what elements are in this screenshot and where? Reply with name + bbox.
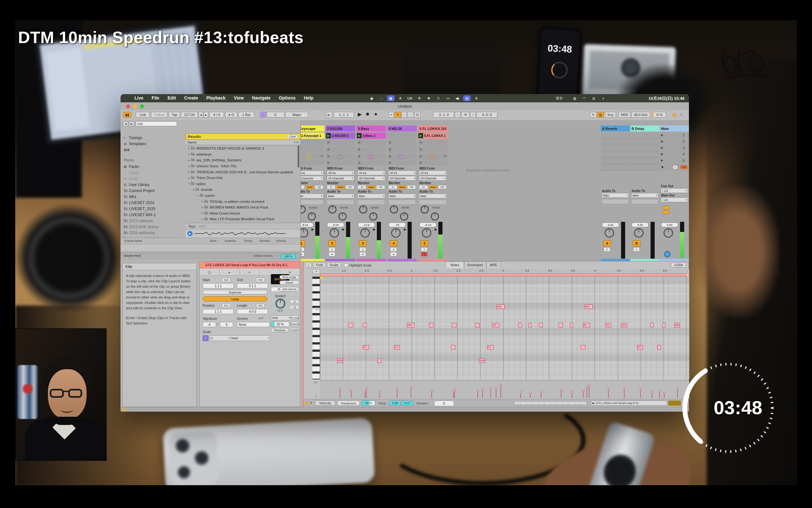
time-signature-field[interactable]: 4 / 4	[209, 112, 224, 118]
pan-knob[interactable]	[330, 228, 339, 238]
midi-channel-menu[interactable]: All Channels	[327, 176, 354, 181]
menubar-status-icon[interactable]: ◗	[600, 95, 607, 101]
midi-note[interactable]	[348, 323, 353, 327]
end-set-button[interactable]: Set	[256, 278, 265, 282]
randomize-button[interactable]: Randomize	[337, 400, 360, 406]
tab-mpe[interactable]: MPE	[486, 261, 501, 268]
record-button[interactable]: ●	[374, 111, 378, 117]
velocity-marker[interactable]	[431, 391, 432, 398]
length-set-button[interactable]: Set	[256, 303, 265, 308]
track-activator[interactable]: 2	[328, 240, 336, 247]
browser-file-row[interactable]: ▸ TROPICAL HOUSE DSO-Kit R...ical-House-…	[187, 169, 298, 175]
midi-note[interactable]	[363, 323, 367, 327]
pan-knob[interactable]	[634, 228, 644, 238]
groove-value[interactable]: None	[237, 322, 270, 327]
follow-song-button[interactable]: ▥	[597, 112, 604, 118]
solo-button[interactable]: S	[421, 247, 428, 252]
monitor-switch[interactable]: InAutoOff	[357, 185, 385, 189]
clip-slot-empty[interactable]	[356, 160, 386, 165]
velocity-marker[interactable]	[652, 392, 652, 398]
audio-to-menu[interactable]: Main	[301, 194, 323, 198]
clip-slot-1[interactable]: ▶ 5-FL LOKKA 1	[418, 132, 448, 139]
velocity-marker[interactable]	[340, 390, 340, 398]
midi-from-menu[interactable]: All Ins	[388, 170, 416, 175]
scene-row[interactable]: ▶ 2	[660, 139, 689, 145]
midi-note[interactable]: D1	[605, 323, 611, 327]
midi-arrangement-overdub-button[interactable]: ✎	[395, 112, 401, 118]
scale-icon[interactable]: ♪	[203, 335, 208, 341]
track-activator[interactable]: 4	[390, 240, 397, 247]
sidebar-place-item[interactable]: ▭ Push	[120, 176, 185, 181]
velocity-marker[interactable]	[640, 389, 641, 398]
velocity-marker[interactable]	[365, 392, 365, 398]
menubar-status-icon[interactable]: ◎	[590, 95, 597, 101]
clip-slot-empty[interactable]	[326, 139, 355, 146]
loop-length-field[interactable]: 4. 0. 0	[476, 112, 497, 118]
draw-mode-button[interactable]: ✎	[590, 112, 596, 118]
track-header[interactable]: 4 MS-20	[387, 126, 417, 131]
velocity-marker[interactable]	[411, 387, 412, 398]
scene-launch-icon[interactable]: ▶	[661, 159, 663, 162]
clip-slot-loop[interactable]	[326, 154, 355, 160]
menu-item[interactable]: View	[234, 95, 244, 100]
loop-minimap[interactable]	[514, 401, 587, 405]
sidebar-place-item[interactable]: 2024 selfhantai	[120, 230, 185, 236]
keymap-button[interactable]: ●–	[326, 112, 333, 118]
velocity-marker[interactable]	[520, 392, 521, 398]
send-a-knob[interactable]	[328, 205, 337, 214]
scene-row[interactable]: ▶ 3	[660, 145, 689, 151]
set-length-button[interactable]: Set Length	[290, 315, 299, 320]
midi-note[interactable]: F1	[487, 345, 494, 349]
sidebar-place-item[interactable]: LIVESET 2024	[120, 200, 185, 206]
menubar-status-icon[interactable]: ▣	[387, 95, 395, 101]
end-value[interactable]: 5 1 1	[237, 283, 268, 288]
current-clip-reference[interactable]: ▶ 5-FL LOKKA 110 Vocal Loop If Yo	[591, 400, 667, 406]
midi-note[interactable]	[429, 323, 434, 327]
monitor-switch[interactable]: InAutoOff	[327, 185, 354, 189]
session-view-toggle-icon[interactable]: ▥	[672, 112, 676, 117]
sidebar-place-item[interactable]: ▦ Packs	[120, 164, 185, 170]
midi-note[interactable]	[378, 358, 381, 363]
start-set-button[interactable]: Set	[222, 278, 231, 282]
velocity-marker[interactable]	[659, 392, 660, 398]
sidebar-place-item[interactable]: Current Project	[120, 187, 185, 194]
key-fold-button[interactable]: ▾	[312, 269, 320, 274]
deviation-value[interactable]: 0	[434, 400, 454, 406]
browser-file-row[interactable]: ▸ YESclip, a william crooks moment	[187, 198, 298, 204]
clip-slot-empty[interactable]	[301, 146, 324, 153]
track-header[interactable]: B Delay	[630, 126, 659, 131]
midi-note[interactable]: A1	[583, 323, 590, 327]
scene-launch-icon[interactable]: ▶	[661, 146, 663, 149]
volume-field[interactable]: -13.8	[358, 222, 375, 227]
audio-to-menu[interactable]: Main	[631, 193, 658, 198]
velocity-marker[interactable]	[379, 392, 380, 398]
velocity-marker[interactable]	[530, 393, 531, 398]
browser-search-input[interactable]: vox	[136, 121, 177, 126]
midi-note[interactable]	[657, 345, 661, 349]
clip-slot-loop[interactable]: 10	[301, 154, 324, 160]
disclosure-arrow-icon[interactable]: ▸	[187, 153, 191, 156]
grid-menu[interactable]: Grid	[271, 315, 291, 321]
stretch-knob[interactable]	[276, 299, 285, 308]
track-activator[interactable]: 1	[301, 240, 305, 247]
fader-triangle-icon[interactable]: ▶	[434, 227, 437, 231]
audio-to-menu[interactable]: Main	[419, 194, 447, 198]
loop-button[interactable]: ⟲	[461, 112, 469, 118]
midi-from-menu[interactable]: All Ins	[419, 170, 447, 175]
clip-slot-1[interactable]: ▶ 3-Bass 1	[356, 132, 386, 139]
window-titlebar[interactable]: Untitled	[120, 102, 689, 110]
velocity-marker[interactable]	[589, 386, 589, 398]
clip-slot-empty[interactable]	[387, 139, 417, 146]
volume-field[interactable]: -8.00	[327, 222, 344, 227]
zoom-tool-button[interactable]: ⌕	[305, 262, 312, 267]
disclosure-arrow-icon[interactable]: ▾	[192, 188, 195, 191]
volume-field[interactable]: 0.00	[602, 222, 619, 227]
pan-knob[interactable]	[664, 228, 673, 238]
automation-arm-button[interactable]: O	[414, 112, 421, 118]
clip-slot-empty[interactable]	[301, 160, 324, 165]
punch-in-button[interactable]: ⟍	[455, 112, 461, 118]
tags-add-field[interactable]: Add...	[199, 224, 208, 228]
velocity-lane[interactable]	[320, 381, 689, 399]
menu-item[interactable]: Navigate	[252, 95, 271, 100]
ramp-start-value[interactable]: 0.25	[389, 400, 400, 406]
